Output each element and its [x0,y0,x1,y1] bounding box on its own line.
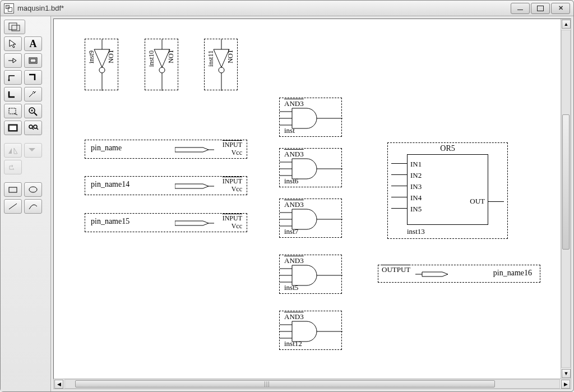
output-type-label: OUTPUT [382,265,410,274]
titlebar[interactable]: maqusin1.bdf* [1,1,573,16]
svg-point-26 [219,67,224,73]
pin-name-label: pin_name [91,144,122,153]
flip-h-tool[interactable] [4,143,22,158]
close-button[interactable] [551,3,570,14]
and3-gate-inst12[interactable]: AND3 inst12 [279,311,342,350]
svg-rect-3 [30,59,36,62]
vertical-scrollbar[interactable]: ▲ ▼ [561,19,571,379]
app-window: maqusin1.bdf* A [0,0,574,392]
line-tool[interactable] [4,199,22,214]
svg-point-17 [29,187,37,192]
and3-gate-inst7[interactable]: AND3 inst7 [279,199,342,238]
text-tool[interactable]: A [24,36,42,51]
and3-gate-inst5[interactable]: AND3 inst5 [279,255,342,294]
pin-type-label: INPUT Vcc [223,141,242,156]
find-tool[interactable] [24,121,42,135]
svg-line-7 [34,113,37,116]
probe-tool[interactable] [24,87,42,102]
instance-label: inst13 [407,227,425,236]
svg-rect-16 [9,187,17,192]
pin-name-label: pin_name14 [91,180,129,189]
window-controls [511,3,570,14]
or5-block-inst13[interactable]: OR5 IN1 IN2 IN3 IN4 IN5 OUT inst13 [387,142,508,239]
flip-v-tool[interactable] [24,143,42,158]
selection-tool[interactable] [4,104,22,118]
svg-line-15 [36,128,38,130]
wire-tool-1[interactable] [4,70,22,85]
svg-point-23 [159,67,165,73]
v-scroll-track[interactable] [561,30,571,368]
svg-point-20 [99,67,105,73]
ellipse-tool[interactable] [24,182,42,197]
h-scroll-thumb[interactable] [75,380,496,388]
rectangle-tool[interactable] [4,182,22,197]
pin-type-label: INPUT Vcc [223,214,242,230]
pointer-tool[interactable] [4,36,22,51]
h-scroll-track[interactable] [64,379,560,389]
input-ports: IN1 IN2 IN3 IN4 IN5 [410,159,422,215]
scroll-up-button[interactable]: ▲ [562,20,571,29]
symbol-block-tool[interactable] [4,20,25,34]
doc-icon [4,3,14,13]
svg-point-6 [29,108,35,113]
svg-rect-11 [10,126,16,130]
fullscreen-tool[interactable] [4,121,22,135]
and3-gate-inst[interactable]: AND3 inst [279,98,342,137]
input-pin-1[interactable]: pin_name14 INPUT Vcc [85,176,247,195]
svg-point-14 [34,125,37,128]
block-tool[interactable] [24,53,42,68]
and3-gate-inst6[interactable]: AND3 inst6 [279,148,342,187]
bus-tool[interactable] [4,87,22,102]
svg-line-18 [9,204,17,209]
svg-line-13 [32,128,34,130]
pin-name-label: pin_name15 [91,217,129,226]
wire-tool-2[interactable] [24,70,42,85]
pin-name-label: pin_name16 [493,269,532,278]
svg-rect-2 [29,58,37,63]
rotate-tool[interactable] [4,160,22,174]
pin-type-label: INPUT Vcc [223,177,242,193]
zoom-tool[interactable] [24,104,42,118]
svg-rect-5 [9,108,16,114]
window-title: maqusin1.bdf* [17,4,64,12]
svg-point-12 [29,125,33,128]
scroll-down-button[interactable]: ▼ [562,369,571,378]
editor: inst9 NOT inst10 NOT inst11 NOT [51,16,573,391]
input-pin-2[interactable]: pin_name15 INPUT Vcc [85,213,247,232]
v-scroll-thumb[interactable] [562,114,570,249]
not-gate-inst9[interactable]: inst9 NOT [85,39,118,90]
output-pin[interactable]: OUTPUT pin_name16 [378,265,540,283]
block-type-label: OR5 [440,144,455,153]
not-gate-inst10[interactable]: inst10 NOT [145,39,178,90]
output-symbol [415,270,455,278]
tool-palette: A [1,16,51,391]
svg-rect-0 [9,23,17,30]
output-port-label: OUT [470,197,485,206]
input-pin-0[interactable]: pin_name INPUT Vcc [85,140,247,159]
horizontal-scrollbar[interactable]: ◀ ▶ [53,379,571,389]
pin-tool[interactable] [4,53,22,68]
maximize-button[interactable] [531,3,550,14]
svg-point-4 [8,80,10,81]
arc-tool[interactable] [24,199,42,214]
minimize-button[interactable] [511,3,530,14]
not-gate-inst11[interactable]: inst11 NOT [204,39,238,90]
svg-rect-1 [12,25,20,31]
schematic-canvas[interactable]: inst9 NOT inst10 NOT inst11 NOT [54,19,561,379]
scroll-right-button[interactable]: ▶ [561,380,570,389]
scroll-left-button[interactable]: ◀ [54,380,63,389]
svg-rect-10 [8,124,17,131]
